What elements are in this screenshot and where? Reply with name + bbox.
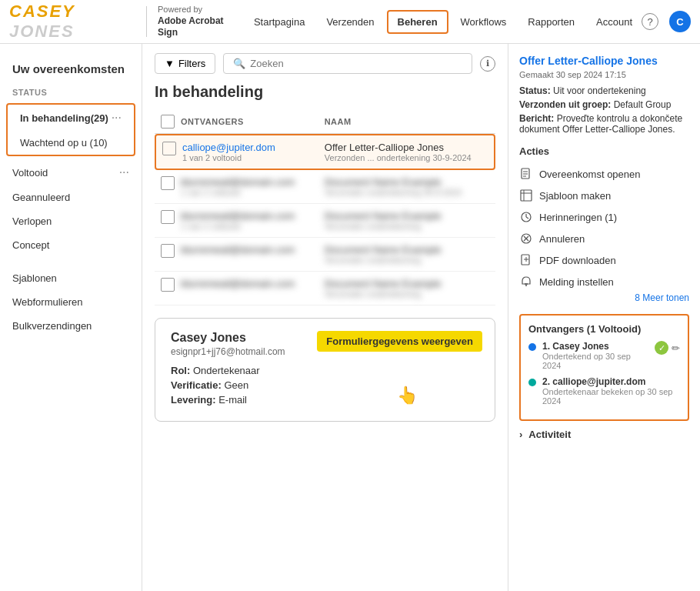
nav-account[interactable]: Account: [587, 12, 642, 32]
sidebar-item-verlopen-label: Verlopen: [12, 215, 52, 227]
row-ontvangers-2: blurremeail@domain.com 1 van 2 voltooid: [181, 176, 318, 197]
detail-verzonden: Verzonden uit groep: Default Group: [519, 99, 689, 110]
popup-card-rol-value: Ondertekenaar: [193, 365, 260, 376]
logo: CASEY JONES: [9, 2, 135, 42]
table-row-2[interactable]: blurremeail@domain.com 1 van 2 voltooid …: [155, 170, 495, 204]
detail-bericht: Bericht: Proveďte kontrolu a dokončete d…: [519, 113, 689, 135]
popup-card-rol: Rol: Ondertekenaar: [171, 365, 479, 376]
ontvanger-actions-casey: ✓ ✏: [655, 341, 680, 355]
edit-icon-casey[interactable]: ✏: [672, 342, 680, 354]
logo-casey: CASEY: [9, 2, 75, 21]
row-name-2-blurred: Document Name Example: [325, 176, 489, 188]
acties-title: Acties: [519, 145, 689, 157]
actie-overeenkomst-icon: [519, 167, 533, 181]
actie-overeenkomst-label: Overeenkomst openen: [539, 169, 641, 180]
sidebar-item-voltooid[interactable]: Voltooid ···: [0, 159, 142, 185]
main-layout: Uw overeenkomsten STATUS In behandeling(…: [0, 44, 700, 591]
info-icon[interactable]: ℹ: [480, 56, 495, 72]
row-checkbox-1[interactable]: [162, 142, 176, 155]
detail-title: Offer Letter-Calliope Jones: [519, 55, 689, 67]
col-naam-header: NAAM: [325, 117, 489, 126]
nav-startpagina[interactable]: Startpagina: [245, 12, 315, 32]
sidebar-item-bulkverzendingen-label: Bulkverzendingen: [12, 320, 92, 332]
sidebar-item-in-behandeling[interactable]: In behandeling(29) ···: [8, 105, 134, 131]
row-checkbox-5[interactable]: [161, 278, 175, 292]
table-row-3[interactable]: blurremeail@domain.com 1 van 2 voltooid …: [155, 204, 495, 238]
select-all-checkbox[interactable]: [161, 115, 175, 129]
row-ontvangers-4: blurremeail@domain.com: [181, 244, 318, 255]
detail-panel: Offer Letter-Calliope Jones Gemaakt 30 s…: [508, 44, 700, 591]
ontvanger-info-casey: 1. Casey Jones Ondertekend op 30 sep 202…: [542, 341, 648, 370]
row-name-1: Offer Letter-Calliope Jones: [325, 142, 488, 153]
sidebar-item-voltooid-dots[interactable]: ···: [119, 165, 129, 179]
sidebar-item-wachtend-label: Wachtend op u (10): [20, 137, 108, 149]
logo-jones: JONES: [9, 22, 75, 41]
popup-card-verificatie-value: Geen: [224, 379, 248, 391]
popup-card: Casey Jones esignpr1+jj76@hotmail.com Ro…: [155, 318, 495, 422]
table: ONTVANGERS NAAM calliope@jupiter.dom 1 v…: [155, 110, 495, 306]
sidebar-item-sjablonen-label: Sjablonen: [12, 272, 57, 284]
popup-card-verificatie-label: Verificatie:: [171, 379, 222, 391]
row-name-4-blurred: Document Name Example: [325, 244, 489, 255]
row-checkbox-4[interactable]: [161, 244, 175, 258]
row-naam-4: Document Name Example Verzonden ondertek…: [325, 244, 489, 265]
table-row-5[interactable]: blurremeail@domain.com Document Name Exa…: [155, 272, 495, 306]
detail-verzonden-value: Default Group: [614, 99, 672, 110]
actie-overeenkomst[interactable]: Overeenkomst openen: [519, 163, 689, 185]
meer-tonen[interactable]: 8 Meer tonen: [519, 292, 689, 303]
sidebar-status-label: STATUS: [0, 82, 142, 100]
sidebar-item-in-behandeling-dots[interactable]: ···: [112, 111, 122, 125]
ontvanger-info-calliope: 2. calliope@jupiter.dom Ondertekenaar be…: [542, 376, 680, 406]
detail-status-value: Uit voor ondertekening: [553, 85, 646, 96]
actie-annuleren[interactable]: Annuleren: [519, 228, 689, 249]
row-ontvangers-1: calliope@jupiter.dom 1 van 2 voltooid: [182, 142, 318, 162]
actie-melding[interactable]: Melding instellen: [519, 271, 689, 292]
sidebar-item-concept-label: Concept: [12, 239, 49, 251]
search-icon: 🔍: [233, 58, 245, 69]
row-sub-2-blurred: 1 van 2 voltooid: [181, 188, 318, 197]
formuliergegevens-button[interactable]: Formuliergegevens weergeven: [317, 331, 482, 352]
powered-by: Powered by Adobe Acrobat Sign: [158, 4, 232, 38]
row-email-5-blurred: blurremeail@domain.com: [181, 278, 318, 289]
sidebar-item-webformulieren[interactable]: Webformulieren: [0, 290, 142, 314]
check-badge-casey: ✓: [655, 341, 668, 355]
nav-beheren[interactable]: Beheren: [387, 10, 448, 34]
ontvangers-title: Ontvangers (1 Voltooid): [528, 323, 680, 335]
row-sub-3-blurred: 1 van 2 voltooid: [181, 222, 318, 231]
sidebar-item-webformulieren-label: Webformulieren: [12, 296, 83, 308]
chevron-right-icon: ›: [519, 429, 522, 440]
actie-annuleren-icon: [519, 232, 533, 245]
sidebar-item-in-behandeling-label: In behandeling(29): [20, 112, 108, 124]
row-naam-5: Document Name Example Verzonden ondertek…: [325, 278, 489, 299]
actie-herinneringen[interactable]: Herinneringen (1): [519, 206, 689, 228]
sidebar-item-geannuleerd[interactable]: Geannuleerd: [0, 185, 142, 209]
header-right: ? C: [642, 11, 691, 32]
popup-card-levering-value: E-mail: [218, 394, 247, 406]
sidebar-item-sjablonen[interactable]: Sjablonen: [0, 266, 142, 290]
ontvanger-dot-calliope: [528, 379, 536, 386]
sidebar-item-wachtend[interactable]: Wachtend op u (10): [8, 131, 134, 155]
sidebar-item-concept[interactable]: Concept: [0, 233, 142, 257]
actie-herinneringen-label: Herinneringen (1): [539, 212, 617, 223]
help-icon[interactable]: ?: [642, 13, 658, 30]
nav-verzenden[interactable]: Verzenden: [317, 12, 383, 32]
activiteit-section[interactable]: › Activiteit: [519, 429, 689, 440]
row-ontvangers-3: blurremeail@domain.com 1 van 2 voltooid: [181, 210, 318, 231]
filter-button[interactable]: ▼ Filters: [155, 53, 215, 74]
search-input[interactable]: [250, 58, 462, 69]
table-row-selected[interactable]: calliope@jupiter.dom 1 van 2 voltooid Of…: [155, 134, 495, 170]
nav-rapporten[interactable]: Rapporten: [518, 12, 584, 32]
table-row-4[interactable]: blurremeail@domain.com Document Name Exa…: [155, 238, 495, 272]
actie-sjabloon[interactable]: Sjabloon maken: [519, 185, 689, 206]
sidebar-item-verlopen[interactable]: Verlopen: [0, 209, 142, 233]
actie-pdf[interactable]: PDF downloaden: [519, 249, 689, 271]
row-checkbox-3[interactable]: [161, 210, 175, 224]
detail-bericht-label: Bericht:: [519, 113, 554, 124]
row-checkbox-2[interactable]: [161, 176, 175, 190]
avatar[interactable]: C: [669, 11, 691, 32]
sidebar-item-bulkverzendingen[interactable]: Bulkverzendingen: [0, 314, 142, 338]
col-ontvangers-header: ONTVANGERS: [181, 117, 318, 126]
nav-workflows[interactable]: Workflows: [452, 12, 516, 32]
detail-status: Status: Uit voor ondertekening: [519, 85, 689, 96]
detail-verzonden-label: Verzonden uit groep:: [519, 99, 611, 110]
